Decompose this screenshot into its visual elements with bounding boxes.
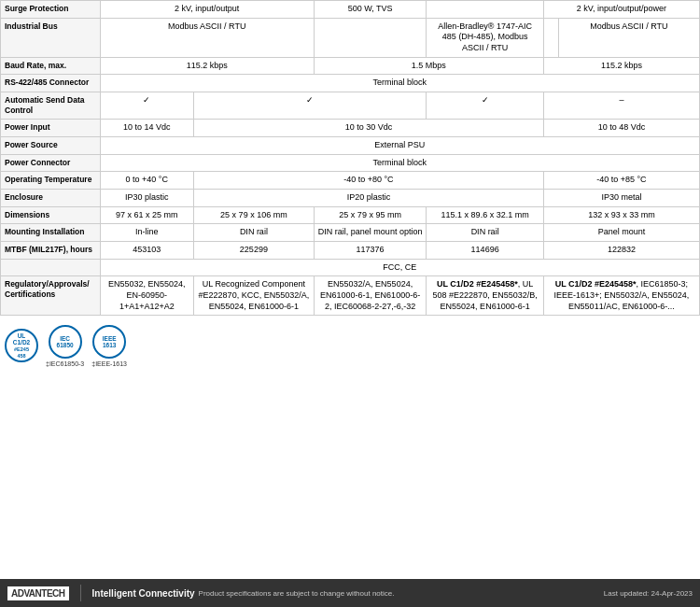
footer-divider [80,585,81,601]
table-cell: Terminal block [100,154,699,172]
table-cell [543,18,558,57]
table-cell: In-line [100,224,193,242]
cert-iec-label: ‡IEC61850-3 [46,360,84,367]
table-row: Regulatory/Approvals/ CertificationsEN55… [1,276,700,316]
row-label: Surge Protection [1,1,101,19]
cert-ieee-label: ‡IEEE-1613 [91,360,127,367]
table-cell: 500 W, TVS [314,1,427,19]
row-label: Dimensions [1,206,101,224]
table-cell: DIN rail [427,224,543,242]
table-row: MTBF (MIL217F), hours4531032252991173761… [1,242,700,260]
cert-circle-ul: ULC1/D2#E245458 [5,329,38,362]
table-cell: 114696 [427,242,543,260]
footer-date: Last updated: 24-Apr-2023 [604,589,693,598]
table-cell: 10 to 48 Vdc [543,120,699,137]
table-cell: External PSU [100,136,699,154]
row-label: Enclosure [1,189,101,206]
spec-table-container: Surge Protection2 kV, input/output500 W,… [0,0,700,316]
table-cell: UL C1/D2 #E245458*, UL 508 #E222870, EN5… [427,276,543,316]
table-cell: 10 to 14 Vdc [100,120,193,137]
table-row: FCC, CE [1,259,700,276]
spec-table: Surge Protection2 kV, input/output500 W,… [0,0,700,316]
table-cell: 97 x 61 x 25 mm [100,206,193,224]
certifications-area: ULC1/D2#E245458 IEC61850 ‡IEC61850-3 IEE… [0,316,700,376]
table-cell: 115.2 kbps [100,57,314,75]
row-label: RS-422/485 Connector [1,75,101,92]
table-row: Surge Protection2 kV, input/output500 W,… [1,1,700,19]
cert-ieee-text: IEEE1613 [103,335,117,348]
table-cell: Terminal block [100,75,699,92]
table-cell: IP30 metal [543,189,699,206]
row-label: Baud Rate, max. [1,57,101,75]
table-row: Power ConnectorTerminal block [1,154,700,172]
row-label: Power Connector [1,154,101,172]
table-row: Power SourceExternal PSU [1,136,700,154]
table-cell: ✓ [193,92,426,120]
table-cell: UL C1/D2 #E245458*, IEC61850-3; IEEE-161… [543,276,699,316]
table-cell: 225299 [193,242,314,260]
table-cell: 453103 [100,242,193,260]
table-cell [427,1,543,19]
table-row: Automatic Send Data Control✓✓✓– [1,92,700,120]
table-cell: 1.5 Mbps [314,57,543,75]
table-cell [314,18,427,57]
table-cell: 115.1 x 89.6 x 32.1 mm [427,206,543,224]
row-label: Mounting Installation [1,224,101,242]
table-cell: Panel mount [543,224,699,242]
table-cell: 2 kV, input/output/power [543,1,699,19]
cert-circle-iec: IEC61850 [49,325,82,359]
table-cell: -40 to +80 °C [193,172,543,190]
table-cell: IP30 plastic [100,189,193,206]
footer-logo: ADVANTECH [7,586,69,600]
row-label: Operating Temperature [1,172,101,190]
table-row: RS-422/485 ConnectorTerminal block [1,75,700,92]
table-cell: 0 to +40 °C [100,172,193,190]
table-row: Power Input10 to 14 Vdc10 to 30 Vdc10 to… [1,120,700,137]
table-row: Mounting InstallationIn-lineDIN railDIN … [1,224,700,242]
table-row: EnclosureIP30 plasticIP20 plasticIP30 me… [1,189,700,206]
table-cell: FCC, CE [100,259,699,276]
cert-badge-ieee: IEEE1613 ‡IEEE-1613 [91,325,127,367]
table-cell: 122832 [543,242,699,260]
footer-tagline: Intelligent Connectivity [92,588,195,599]
row-label: Automatic Send Data Control [1,92,101,120]
row-label: Power Source [1,136,101,154]
table-cell: 117376 [314,242,427,260]
table-cell: 10 to 30 Vdc [193,120,543,137]
table-row: Baud Rate, max.115.2 kbps1.5 Mbps115.2 k… [1,57,700,75]
table-cell: ✓ [427,92,543,120]
table-cell: 115.2 kbps [543,57,699,75]
row-label [1,259,101,276]
table-cell: -40 to +85 °C [543,172,699,190]
table-cell: DIN rail, panel mount option [314,224,427,242]
footer-brand: ADVANTECH Intelligent Connectivity [7,585,195,601]
table-cell: ✓ [100,92,193,120]
table-cell: Allen-Bradley® 1747-AIC 485 (DH-485), Mo… [427,18,543,57]
cert-circle-ieee: IEEE1613 [92,325,126,359]
cert-badge-ul: ULC1/D2#E245458 [5,329,38,364]
table-cell: 25 x 79 x 95 mm [314,206,427,224]
cert-badge-iec: IEC61850 ‡IEC61850-3 [46,325,84,367]
cert-ul-text: ULC1/D2#E245458 [13,332,30,360]
table-cell: EN55032, EN55024, EN-60950-1+A1+A12+A2 [100,276,193,316]
row-label: Power Input [1,120,101,137]
row-label: MTBF (MIL217F), hours [1,242,101,260]
row-label: Industrial Bus [1,18,101,57]
table-cell: Modbus ASCII / RTU [558,18,699,57]
table-cell: 25 x 79 x 106 mm [193,206,314,224]
row-label: Regulatory/Approvals/ Certifications [1,276,101,316]
table-cell: – [543,92,699,120]
table-cell: 132 x 93 x 33 mm [543,206,699,224]
table-row: Dimensions97 x 61 x 25 mm25 x 79 x 106 m… [1,206,700,224]
page-footer: ADVANTECH Intelligent Connectivity Produ… [0,579,700,607]
table-row: Operating Temperature0 to +40 °C-40 to +… [1,172,700,190]
table-cell: IP20 plastic [193,189,543,206]
footer-notice: Product specifications are subject to ch… [199,589,395,598]
table-cell: DIN rail [193,224,314,242]
table-row: Industrial BusModbus ASCII / RTUAllen-Br… [1,18,700,57]
table-cell: UL Recognized Component #E222870, KCC, E… [193,276,314,316]
table-cell: EN55032/A, EN55024, EN61000-6-1, EN61000… [314,276,427,316]
table-cell: Modbus ASCII / RTU [100,18,314,57]
table-cell: 2 kV, input/output [100,1,314,19]
cert-iec-text: IEC61850 [57,335,74,348]
